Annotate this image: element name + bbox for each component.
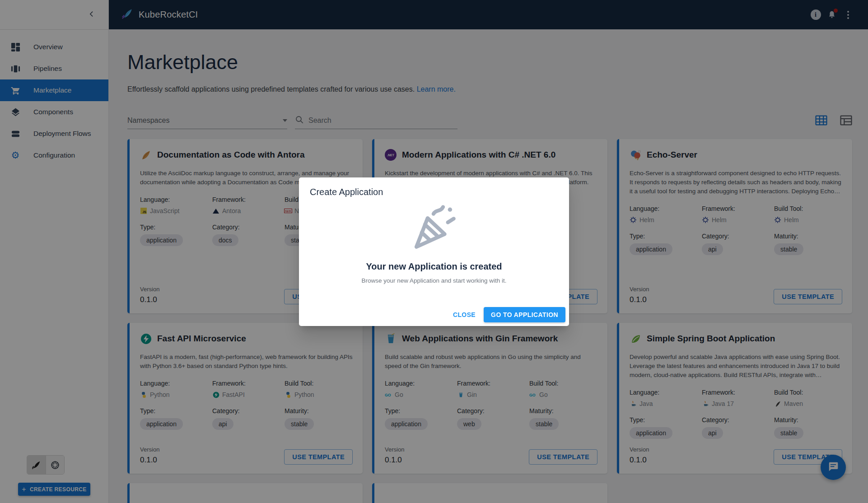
dialog-body: Your new Application is created Browse y… xyxy=(299,197,569,303)
dialog-actions: CLOSE GO TO APPLICATION xyxy=(299,303,569,326)
modal-wrapper: Create Application Your new Application … xyxy=(0,0,868,503)
create-application-dialog: Create Application Your new Application … xyxy=(299,177,569,326)
close-button[interactable]: CLOSE xyxy=(448,307,481,322)
party-popper-icon xyxy=(407,200,461,255)
dialog-subtext: Browse your new Application and start wo… xyxy=(361,277,506,284)
dialog-heading: Your new Application is created xyxy=(366,261,502,272)
dialog-title: Create Application xyxy=(299,177,569,197)
go-to-application-button[interactable]: GO TO APPLICATION xyxy=(484,307,565,322)
